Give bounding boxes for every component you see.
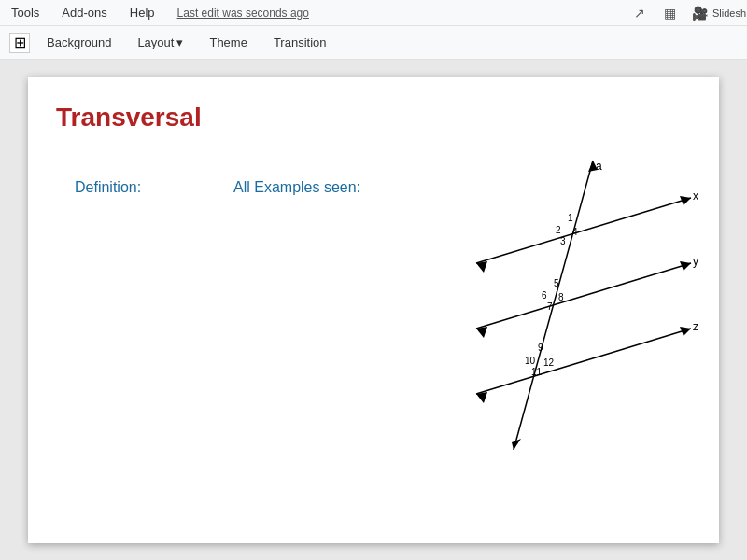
transition-button[interactable]: Transition	[264, 32, 336, 53]
svg-text:9: 9	[538, 343, 543, 353]
menu-bar: Tools Add-ons Help Last edit was seconds…	[0, 0, 747, 26]
svg-text:10: 10	[525, 356, 536, 366]
svg-marker-6	[476, 327, 487, 338]
expand-icon[interactable]: ⊞	[9, 33, 30, 53]
svg-text:11: 11	[531, 367, 543, 377]
toolbar-icons: ↗ ▦ 🎥 Slidesh	[629, 3, 740, 23]
svg-text:6: 6	[542, 290, 547, 301]
svg-line-4	[476, 263, 691, 329]
last-edit-text: Last edit was seconds ago	[177, 7, 309, 20]
slideshow-icon[interactable]: Slidesh	[719, 3, 740, 23]
svg-text:y: y	[693, 255, 698, 268]
examples-label: All Examples seen:	[233, 179, 360, 196]
background-button[interactable]: Background	[37, 32, 120, 53]
svg-text:4: 4	[572, 227, 578, 237]
svg-marker-2	[476, 261, 487, 273]
grid-icon[interactable]: ▦	[659, 3, 680, 23]
layout-button[interactable]: Layout ▾	[128, 32, 192, 53]
svg-line-0	[476, 198, 691, 263]
svg-line-8	[476, 329, 691, 394]
transversal-diagram: x y z a 1 2 3 4	[420, 142, 700, 497]
slide-toolbar: ⊞ Background Layout ▾ Theme Transition	[0, 26, 747, 60]
menu-help[interactable]: Help	[126, 4, 159, 21]
svg-text:z: z	[693, 320, 698, 333]
svg-marker-10	[476, 392, 487, 403]
slide-title: Transversal	[56, 103, 202, 133]
svg-line-12	[514, 161, 593, 450]
svg-text:x: x	[693, 189, 698, 203]
main-canvas: Transversal Definition: All Examples see…	[0, 60, 747, 560]
svg-text:1: 1	[568, 213, 573, 223]
svg-text:8: 8	[558, 292, 564, 302]
theme-button[interactable]: Theme	[200, 32, 256, 53]
svg-text:7: 7	[547, 301, 553, 312]
svg-text:5: 5	[554, 278, 559, 288]
menu-addons[interactable]: Add-ons	[58, 4, 110, 21]
svg-text:2: 2	[556, 225, 561, 235]
slide[interactable]: Transversal Definition: All Examples see…	[28, 77, 719, 543]
svg-text:a: a	[596, 160, 602, 173]
video-icon[interactable]: 🎥	[689, 3, 710, 23]
definition-label: Definition:	[75, 179, 141, 196]
svg-text:3: 3	[560, 236, 566, 246]
trending-up-icon[interactable]: ↗	[629, 3, 650, 23]
menu-tools[interactable]: Tools	[7, 4, 43, 21]
svg-text:12: 12	[543, 357, 555, 368]
